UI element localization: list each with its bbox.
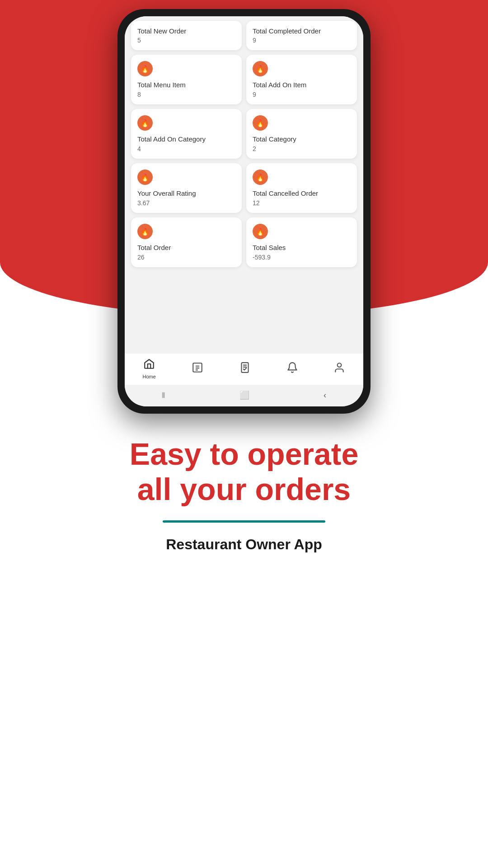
nav-profile[interactable]	[333, 362, 345, 376]
android-home[interactable]: ⬜	[239, 390, 249, 400]
stat-value-1: 9	[253, 91, 351, 98]
headline-line1: Easy to operate	[130, 437, 358, 471]
stat-label-5: Total Cancelled Order	[253, 189, 351, 198]
phone-outer: Total New Order 5 Total Completed Order …	[117, 0, 371, 414]
stat-value-3: 2	[253, 145, 351, 152]
stat-card-2: 🔥 Total Add On Category 4	[131, 109, 242, 159]
phone-frame: Total New Order 5 Total Completed Order …	[117, 9, 371, 414]
stat-value-2: 4	[137, 145, 235, 152]
orders-icon	[192, 362, 203, 376]
nav-tasks[interactable]	[239, 362, 251, 376]
marketing-section: Easy to operate all your orders Restaura…	[0, 414, 488, 571]
profile-icon	[333, 362, 345, 376]
nav-home[interactable]: Home	[142, 358, 155, 379]
flame-icon-0: 🔥	[137, 61, 153, 76]
top-stats-row: Total New Order 5 Total Completed Order …	[125, 16, 363, 50]
screen-content: Total New Order 5 Total Completed Order …	[125, 16, 363, 406]
stat-card-7: 🔥 Total Sales -593.9	[246, 217, 357, 267]
stat-value-0: 8	[137, 91, 235, 98]
empty-area	[125, 272, 363, 353]
flame-icon-4: 🔥	[137, 170, 153, 185]
stat-label-completed-order: Total Completed Order	[253, 27, 351, 35]
stat-value-4: 3.67	[137, 199, 235, 207]
stat-label-0: Total Menu Item	[137, 81, 235, 89]
sub-label: Restaurant Owner App	[27, 536, 461, 553]
tasks-icon	[239, 362, 251, 376]
stat-label-new-order: Total New Order	[137, 27, 235, 35]
stat-value-7: -593.9	[253, 254, 351, 261]
stat-label-2: Total Add On Category	[137, 135, 235, 143]
flame-icon-7: 🔥	[253, 224, 268, 239]
page-wrapper: Total New Order 5 Total Completed Order …	[0, 0, 488, 868]
stat-value-completed-order: 9	[253, 37, 351, 44]
stat-card-1: 🔥 Total Add On Item 9	[246, 55, 357, 104]
nav-notifications[interactable]	[286, 362, 298, 376]
headline: Easy to operate all your orders	[27, 436, 461, 507]
stat-label-7: Total Sales	[253, 244, 351, 252]
flame-icon-2: 🔥	[137, 115, 153, 131]
stat-card-6: 🔥 Total Order 26	[131, 217, 242, 267]
stat-card-3: 🔥 Total Category 2	[246, 109, 357, 159]
nav-home-label: Home	[142, 374, 155, 379]
flame-icon-3: 🔥	[253, 115, 268, 131]
bottom-nav: Home	[125, 353, 363, 385]
stat-card-0: 🔥 Total Menu Item 8	[131, 55, 242, 104]
stat-card-4: 🔥 Your Overall Rating 3.67	[131, 163, 242, 213]
flame-icon-1: 🔥	[253, 61, 268, 76]
stat-label-1: Total Add On Item	[253, 81, 351, 89]
stat-card-new-order: Total New Order 5	[131, 21, 242, 50]
svg-point-7	[338, 363, 342, 367]
stat-label-4: Your Overall Rating	[137, 189, 235, 198]
headline-line2: all your orders	[137, 472, 351, 506]
stat-card-5: 🔥 Total Cancelled Order 12	[246, 163, 357, 213]
phone-screen: Total New Order 5 Total Completed Order …	[125, 16, 363, 406]
stat-value-5: 12	[253, 199, 351, 207]
stat-card-completed-order: Total Completed Order 9	[246, 21, 357, 50]
home-icon	[143, 358, 155, 373]
android-menu[interactable]: ⦀	[162, 391, 165, 400]
android-back[interactable]: ‹	[324, 391, 326, 400]
stat-label-3: Total Category	[253, 135, 351, 143]
stats-grid: 🔥 Total Menu Item 8 🔥 Total Add On Item …	[125, 50, 363, 272]
divider-line	[163, 520, 325, 523]
stat-value-6: 26	[137, 254, 235, 261]
bell-icon	[286, 362, 298, 376]
stat-label-6: Total Order	[137, 244, 235, 252]
android-nav: ⦀ ⬜ ‹	[125, 385, 363, 406]
flame-icon-6: 🔥	[137, 224, 153, 239]
nav-orders[interactable]	[192, 362, 203, 376]
stat-value-new-order: 5	[137, 37, 235, 44]
flame-icon-5: 🔥	[253, 170, 268, 185]
